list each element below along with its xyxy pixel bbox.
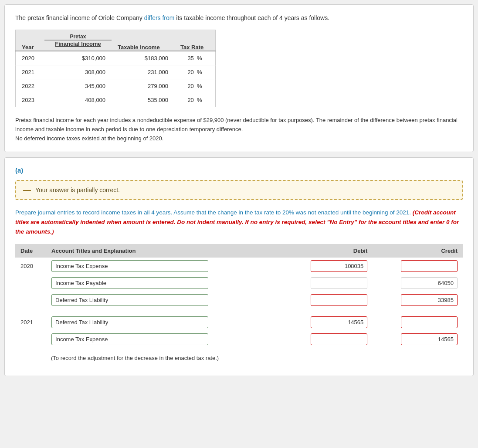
account-input-2021-2[interactable] xyxy=(51,333,208,345)
date-2021: 2021 xyxy=(15,314,46,331)
credit-cell-2020-1 xyxy=(373,258,463,275)
debit-input-2021-1[interactable] xyxy=(311,316,367,328)
cell-financial-2: 345,000 xyxy=(44,79,112,93)
account-cell-2020-1 xyxy=(46,258,283,275)
credit-cell-2020-3 xyxy=(373,292,463,309)
col-taxable: Taxable Income xyxy=(112,30,174,51)
account-input-2020-2[interactable] xyxy=(51,277,208,289)
cell-financial-1: 308,000 xyxy=(44,65,112,79)
cell-taxable-3: 535,000 xyxy=(112,93,174,107)
journal-row-2020-3 xyxy=(15,292,463,309)
cell-rate-1: 20 % xyxy=(174,65,215,79)
account-cell-2020-3 xyxy=(46,292,283,309)
debit-cell-2020-1 xyxy=(283,258,373,275)
credit-input-2021-2[interactable] xyxy=(401,333,458,345)
cell-financial-3: 408,000 xyxy=(44,93,112,107)
account-input-2020-3[interactable] xyxy=(51,294,208,306)
intro-highlight: differs from xyxy=(144,14,175,21)
date-empty-2 xyxy=(15,292,46,309)
col-taxrate: Tax Rate xyxy=(174,30,215,51)
th-date: Date xyxy=(15,244,46,258)
debit-cell-2021-2 xyxy=(283,331,373,348)
date-empty-3 xyxy=(15,331,46,348)
debit-cell-2020-2 xyxy=(283,275,373,292)
account-input-2021-1[interactable] xyxy=(51,316,208,328)
account-cell-2020-2 xyxy=(46,275,283,292)
debit-input-2020-2[interactable] xyxy=(311,277,367,289)
account-cell-2021-1 xyxy=(46,314,283,331)
table-row: 2020 $310,000 $183,000 35 % xyxy=(16,51,216,65)
spacer-row-1 xyxy=(15,309,463,314)
section-a-label: (a) xyxy=(15,166,463,174)
debit-input-2021-2[interactable] xyxy=(311,333,367,345)
credit-cell-2021-2 xyxy=(373,331,463,348)
cell-taxable-0: $183,000 xyxy=(112,51,174,65)
debit-input-2020-3[interactable] xyxy=(311,294,367,306)
journal-row-2020-2 xyxy=(15,275,463,292)
account-input-2020-1[interactable] xyxy=(51,260,208,272)
note-text-2021: (To record the adjustment for the decrea… xyxy=(20,350,458,364)
journal-row-2021-2 xyxy=(15,331,463,348)
instruction-text: Prepare journal entries to record income… xyxy=(15,208,463,236)
footnote: Pretax financial income for each year in… xyxy=(15,116,463,143)
journal-row-2020-1: 2020 xyxy=(15,258,463,275)
note-cell-2021: (To record the adjustment for the decrea… xyxy=(15,348,463,367)
partial-correct-banner: — Your answer is partially correct. xyxy=(15,180,463,200)
debit-cell-2021-1 xyxy=(283,314,373,331)
cell-taxable-1: 231,000 xyxy=(112,65,174,79)
journal-entry-table: Date Account Titles and Explanation Debi… xyxy=(15,244,463,367)
credit-input-2020-1[interactable] xyxy=(401,260,458,272)
cell-year-3: 2023 xyxy=(16,93,44,107)
th-account: Account Titles and Explanation xyxy=(46,244,283,258)
cell-year-0: 2020 xyxy=(16,51,44,65)
dash-icon: — xyxy=(23,186,31,194)
income-table: Year Pretax Taxable Income Tax Rate Fina… xyxy=(15,30,216,107)
col-pretax-sub: Pretax xyxy=(44,30,112,41)
cell-year-1: 2021 xyxy=(16,65,44,79)
cell-rate-0: 35 % xyxy=(174,51,215,65)
instruction-part1: Prepare journal entries to record income… xyxy=(15,209,413,216)
credit-input-2020-3[interactable] xyxy=(401,294,458,306)
cell-year-2: 2022 xyxy=(16,79,44,93)
date-empty-1 xyxy=(15,275,46,292)
cell-taxable-2: 279,000 xyxy=(112,79,174,93)
credit-cell-2020-2 xyxy=(373,275,463,292)
date-2020: 2020 xyxy=(15,258,46,275)
th-debit: Debit xyxy=(283,244,373,258)
account-cell-2021-2 xyxy=(46,331,283,348)
cell-rate-3: 20 % xyxy=(174,93,215,107)
journal-row-2021-1: 2021 xyxy=(15,314,463,331)
note-row-2021: (To record the adjustment for the decrea… xyxy=(15,348,463,367)
credit-input-2021-1[interactable] xyxy=(401,316,458,328)
cell-rate-2: 20 % xyxy=(174,79,215,93)
col-financial: Financial Income xyxy=(44,40,112,51)
intro-paragraph: The pretax financial income of Oriole Co… xyxy=(15,14,463,23)
debit-cell-2020-3 xyxy=(283,292,373,309)
credit-input-2020-2[interactable] xyxy=(401,277,458,289)
credit-cell-2021-1 xyxy=(373,314,463,331)
debit-input-2020-1[interactable] xyxy=(311,260,367,272)
th-credit: Credit xyxy=(373,244,463,258)
table-row: 2022 345,000 279,000 20 % xyxy=(16,79,216,93)
table-row: 2023 408,000 535,000 20 % xyxy=(16,93,216,107)
banner-text: Your answer is partially correct. xyxy=(35,187,120,193)
cell-financial-0: $310,000 xyxy=(44,51,112,65)
table-row: 2021 308,000 231,000 20 % xyxy=(16,65,216,79)
col-year: Year xyxy=(16,30,44,51)
